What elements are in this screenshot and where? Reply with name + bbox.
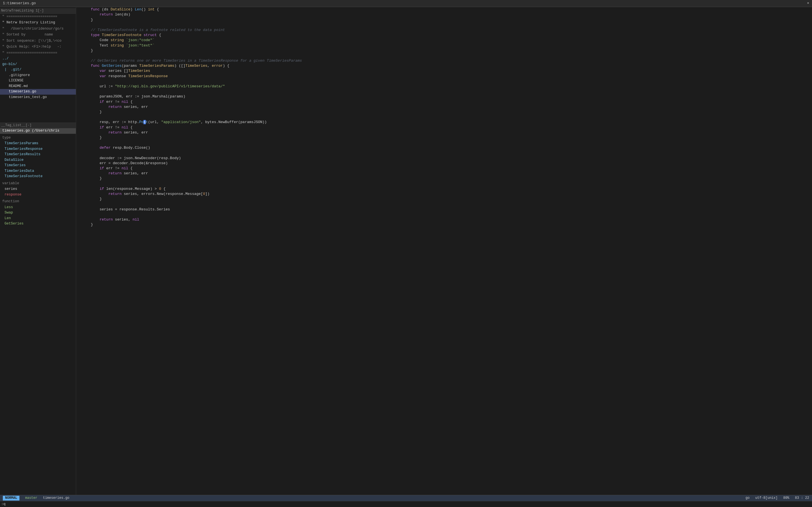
sidebar-tag-DataSlice[interactable]: DataSlice: [0, 158, 76, 163]
code-content: if err != nil {: [91, 166, 810, 171]
code-content: var series []TimeSeries: [91, 68, 810, 73]
code-line-24: if err != nil {: [76, 125, 812, 130]
sidebar-item-parent[interactable]: ../: [0, 56, 76, 62]
title-bar: 1:timeseries.go ×: [0, 0, 812, 7]
sidebar-item-readme[interactable]: README.md: [0, 83, 76, 89]
line-number: [79, 63, 86, 68]
close-icon[interactable]: ×: [807, 1, 809, 6]
sidebar-item-timeseries[interactable]: timeseries.go: [0, 89, 76, 95]
code-line-8: Text string `json:"text"`: [76, 43, 812, 48]
code-content: series = response.Results.Series: [91, 207, 810, 212]
sidebar-tag-Len[interactable]: Len: [0, 216, 76, 221]
code-content: [91, 212, 810, 217]
line-number: [79, 202, 86, 207]
code-view: func (ds DataSlice) Len() int { return l…: [76, 7, 812, 227]
line-number: [79, 186, 86, 191]
code-line-29: [76, 151, 812, 156]
code-content: }: [91, 48, 810, 53]
line-number: [79, 74, 86, 79]
line-number: [79, 130, 86, 135]
code-content: return len(ds): [91, 12, 810, 17]
line-number: [79, 120, 86, 125]
code-line-32: if err != nil {: [76, 166, 812, 171]
code-line-5: // TimeSeriesFootnote is a footnote rela…: [76, 27, 812, 33]
code-content: Text string `json:"text"`: [91, 43, 810, 48]
code-content: if err != nil {: [91, 100, 810, 105]
code-content: func GetSeries(params TimeSeriesParams) …: [91, 63, 810, 68]
status-position: 83 : 22: [795, 496, 809, 501]
status-lang: go: [746, 496, 749, 501]
code-line-13: var series []TimeSeries: [76, 68, 812, 73]
line-number: [79, 17, 86, 22]
sidebar-tag-Swap[interactable]: Swap: [0, 210, 76, 216]
code-content: [91, 140, 810, 145]
code-content: // GetSeries returns one or more TimeSer…: [91, 58, 810, 63]
status-encoding: utf-8[unix]: [755, 496, 777, 501]
sidebar: NetrwTreeListing 1[-] " ================…: [0, 7, 76, 495]
sidebar-header-sortby: " Sorted by name: [0, 32, 76, 38]
line-number: [79, 156, 86, 161]
line-number: [79, 89, 86, 94]
code-content: decoder := json.NewDecoder(resp.Body): [91, 156, 810, 161]
code-content: [91, 89, 810, 94]
sidebar-header-path: " /Users/chrisridenour/go/s: [0, 26, 76, 32]
code-line-40: series = response.Results.Series: [76, 207, 812, 212]
sidebar-item-gobls[interactable]: go-bls/: [0, 62, 76, 67]
sidebar-tag-series[interactable]: series: [0, 186, 76, 192]
code-content: return series, nil: [91, 217, 810, 222]
sidebar-tag-TimeSeriesResults[interactable]: TimeSeriesResults: [0, 152, 76, 158]
line-number: [79, 196, 86, 202]
sidebar-tag-GetSeries[interactable]: GetSeries: [0, 221, 76, 227]
line-number: [79, 125, 86, 130]
sidebar-item-git[interactable]: | .git/: [0, 67, 76, 73]
editor-area: func (ds DataSlice) Len() int { return l…: [76, 7, 812, 495]
code-line-2: return len(ds): [76, 12, 812, 17]
line-number: [79, 58, 86, 63]
sidebar-tag-TimeSeriesResponse[interactable]: TimeSeriesResponse: [0, 147, 76, 152]
code-content: }: [91, 196, 810, 202]
code-line-21: }: [76, 110, 812, 115]
code-line-27: [76, 140, 812, 145]
sidebar-tag-TimeSeriesParams[interactable]: TimeSeriesParams: [0, 141, 76, 147]
sidebar-header-sep2: " ========================: [0, 50, 76, 56]
code-content: url := "http://api.bls.gov/publicAPI/v1/…: [91, 84, 810, 89]
title-text: 1:timeseries.go: [3, 1, 36, 6]
sidebar-tag-TimeSeries[interactable]: TimeSeries: [0, 163, 76, 168]
line-number: [79, 110, 86, 115]
code-line-42: return series, nil: [76, 217, 812, 222]
line-number: [79, 115, 86, 120]
sidebar-tag-Less[interactable]: Less: [0, 205, 76, 210]
code-line-30: decoder := json.NewDecoder(resp.Body): [76, 156, 812, 161]
line-number: [79, 7, 86, 12]
code-content: [91, 151, 810, 156]
code-line-22: [76, 115, 812, 120]
code-line-23: resp, err := http.Post(url, "application…: [76, 120, 812, 125]
code-content: type TimeSeriesFootnote struct {: [91, 33, 810, 38]
line-number: [79, 105, 86, 110]
sidebar-section-variable: variable: [0, 180, 76, 187]
sidebar-item-gitignore[interactable]: .gitignore: [0, 73, 76, 78]
code-line-1: func (ds DataSlice) Len() int {: [76, 7, 812, 12]
sidebar-tag-current-file[interactable]: timeseries.go (/Users/chris: [0, 128, 76, 134]
line-number: [79, 176, 86, 181]
code-line-11: // GetSeries returns one or more TimeSer…: [76, 58, 812, 63]
code-line-15: [76, 79, 812, 84]
sidebar-tag-TimeSeriesFootnote[interactable]: TimeSeriesFootnote: [0, 174, 76, 179]
netrw-panel-title: NetrwTreeListing 1[-]: [0, 8, 76, 14]
code-content: [91, 181, 810, 186]
code-content: paramsJSON, err := json.Marshal(params): [91, 94, 810, 99]
sidebar-item-timeseries-test[interactable]: timeseries_test.go: [0, 95, 76, 100]
code-line-3: }: [76, 17, 812, 22]
sidebar-header-sortseq: " Sort sequence: [\\/]$,\<co: [0, 38, 76, 44]
code-line-43: }: [76, 222, 812, 227]
code-line-31: err = decoder.Decode(&response): [76, 161, 812, 166]
cmd-line[interactable]: :q: [0, 501, 812, 507]
line-number: [79, 212, 86, 217]
code-content: return series, err: [91, 130, 810, 135]
code-line-7: Code string `json:"code"`: [76, 38, 812, 43]
sidebar-tag-response[interactable]: response: [0, 192, 76, 198]
sidebar-item-license[interactable]: LICENSE: [0, 78, 76, 83]
code-content: Code string `json:"code"`: [91, 38, 810, 43]
sidebar-tag-TimeSeriesData[interactable]: TimeSeriesData: [0, 168, 76, 174]
line-number: [79, 181, 86, 186]
